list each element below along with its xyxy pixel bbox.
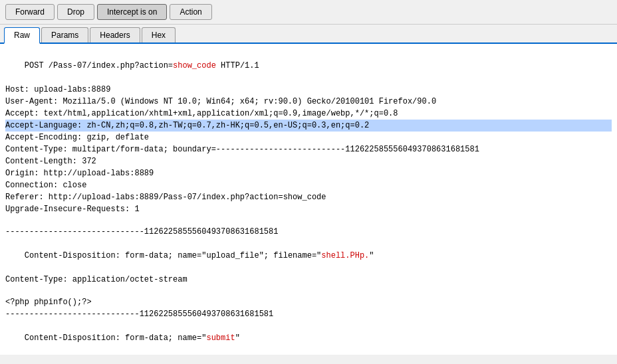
line-19: ----------------------------112622585556… <box>5 308 612 320</box>
line-1: POST /Pass-07/index.php?action=show_code… <box>5 48 612 84</box>
line-20: Content-Disposition: form-data; name="su… <box>5 320 612 355</box>
forward-button[interactable]: Forward <box>5 4 55 20</box>
tab-params[interactable]: Params <box>41 27 88 43</box>
line-13 <box>5 215 612 226</box>
content-disp-2-suffix: " <box>235 333 240 343</box>
line-17 <box>5 286 612 296</box>
line-16: Content-Type: application/octet-stream <box>5 274 612 286</box>
line-6: Accept-Encoding: gzip, deflate <box>5 132 612 143</box>
line-4: Accept: text/html,application/xhtml+xml,… <box>5 108 612 120</box>
line-10: Connection: close <box>5 179 612 191</box>
tab-bar: Raw Params Headers Hex <box>0 25 617 44</box>
line-14: -----------------------------11262258555… <box>5 226 612 238</box>
intercept-button[interactable]: Intercept is on <box>97 4 167 20</box>
content-disp-2-prefix: Content-Disposition: form-data; name=" <box>25 333 207 343</box>
line-9: Origin: http://upload-labs:8889 <box>5 167 612 179</box>
line-3: User-Agent: Mozilla/5.0 (Windows NT 10.0… <box>5 96 612 108</box>
tab-hex[interactable]: Hex <box>142 27 176 43</box>
line-15: Content-Disposition: form-data; name="up… <box>5 238 612 274</box>
line-5: Accept-Language: zh-CN,zh;q=0.8,zh-TW;q=… <box>5 120 612 132</box>
line-8: Content-Length: 372 <box>5 155 612 167</box>
toolbar: Forward Drop Intercept is on Action <box>0 0 617 25</box>
action-button[interactable]: Action <box>170 4 211 20</box>
line-11: Referer: http://upload-labs:8889/Pass-07… <box>5 191 612 203</box>
line-12: Upgrade-Insecure-Requests: 1 <box>5 203 612 215</box>
filename-quote: " <box>369 251 374 260</box>
line-2: Host: upload-labs:8889 <box>5 84 612 96</box>
method-path: POST /Pass-07/index.php?action= <box>25 61 173 70</box>
line-7: Content-Type: multipart/form-data; bound… <box>5 143 612 155</box>
action-value: show_code <box>173 61 216 70</box>
line-18: <?php phpinfo();?> <box>5 296 612 308</box>
filename-value: shell.PHp. <box>321 251 369 260</box>
submit-value: submit <box>206 333 235 343</box>
drop-button[interactable]: Drop <box>57 4 94 20</box>
content-disp-prefix: Content-Disposition: form-data; name="up… <box>25 251 321 260</box>
request-content: POST /Pass-07/index.php?action=show_code… <box>0 44 617 355</box>
http-version: HTTP/1.1 <box>216 61 259 70</box>
tab-raw[interactable]: Raw <box>4 27 40 44</box>
tab-headers[interactable]: Headers <box>90 27 140 43</box>
